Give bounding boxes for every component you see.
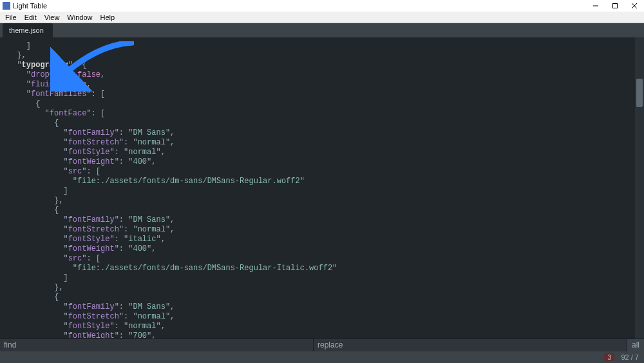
menu-bar: File Edit View Window Help: [0, 12, 644, 23]
menu-window[interactable]: Window: [63, 14, 96, 21]
status-bar: 3 92 / 7: [0, 351, 644, 363]
close-button[interactable]: [625, 0, 644, 12]
menu-file[interactable]: File: [1, 14, 21, 21]
app-icon: [3, 2, 10, 10]
minimize-button[interactable]: [586, 0, 605, 12]
menu-edit[interactable]: Edit: [21, 14, 41, 21]
find-input[interactable]: find: [0, 339, 314, 351]
cursor-position: 92 / 7: [621, 353, 639, 361]
find-replace-bar: find replace all: [0, 338, 644, 351]
menu-help[interactable]: Help: [96, 14, 118, 21]
tab-strip: theme.json: [0, 23, 644, 37]
tab-theme-json[interactable]: theme.json: [3, 23, 53, 37]
find-all-button[interactable]: all: [627, 339, 644, 351]
window-title: Light Table: [13, 2, 47, 10]
vertical-scrollbar[interactable]: [635, 37, 644, 338]
scrollbar-thumb[interactable]: [636, 79, 643, 107]
replace-input[interactable]: replace: [314, 339, 627, 351]
menu-view[interactable]: View: [41, 14, 64, 21]
code-editor[interactable]: ] }, "typography": { "dropCap": false, "…: [0, 37, 635, 338]
maximize-button[interactable]: [605, 0, 625, 12]
svg-rect-1: [613, 4, 618, 8]
window-titlebar[interactable]: Light Table: [0, 0, 644, 12]
error-badge[interactable]: 3: [604, 353, 614, 361]
